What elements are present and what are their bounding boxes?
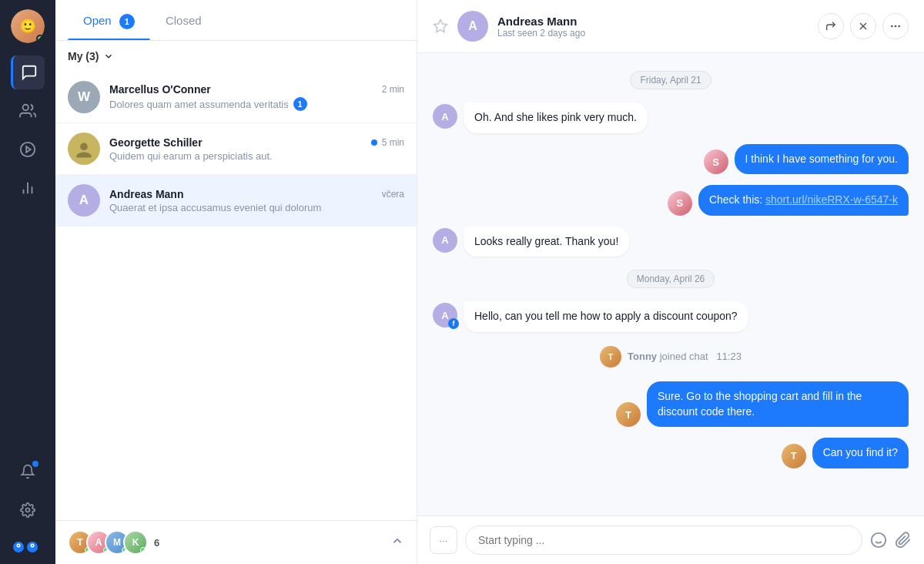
sidebar-item-contacts[interactable] [11, 94, 45, 128]
svg-point-16 [891, 25, 893, 28]
message-bubble: Hello, can you tell me how to apply a di… [464, 301, 748, 332]
reply-button[interactable] [818, 13, 844, 39]
message-bubble: Check this: short.url/nikeRRX-w-6547-k [698, 185, 909, 216]
app-logo [12, 539, 43, 555]
message-preview: Quidem qui earum a perspiciatis aut. [109, 150, 273, 162]
message-bubble: Looks really great. Thank you! [464, 227, 629, 257]
contact-info-header: Andreas Mann Last seen 2 days ago [497, 15, 808, 39]
svg-point-17 [895, 25, 897, 28]
tab-open[interactable]: Open 1 [68, 0, 150, 40]
conversation-item[interactable]: A Andreas Mann včera Quaerat et ipsa acc… [55, 175, 417, 227]
message-time: 5 min [371, 137, 404, 148]
chat-panel: A Andreas Mann Last seen 2 days ago Frid… [417, 0, 924, 564]
collapse-button[interactable] [390, 534, 404, 552]
conversation-item[interactable]: Georgette Schiller 5 min Quidem qui earu… [55, 123, 417, 175]
message-row: A Oh. And she likes pink very much. [433, 102, 909, 133]
agents-count: 6 [154, 537, 159, 549]
agents-bar: T A M K 6 [55, 520, 417, 564]
message-avatar: A [433, 228, 457, 253]
sidebar-item-notifications[interactable] [11, 455, 45, 488]
svg-marker-13 [434, 20, 447, 32]
chat-input-area: ··· [417, 515, 924, 564]
more-options-button[interactable] [882, 13, 909, 39]
conversation-details: Andreas Mann včera Quaerat et ipsa accus… [109, 188, 404, 213]
contact-avatar: A [68, 184, 100, 217]
message-time: včera [382, 189, 404, 200]
close-conversation-button[interactable] [850, 13, 876, 39]
message-preview: Quaerat et ipsa accusamus eveniet qui do… [109, 202, 321, 213]
message-row: Can you find it? T [433, 438, 909, 468]
contact-name: Marcellus O'Conner [109, 83, 211, 96]
contact-status-header: Last seen 2 days ago [497, 28, 808, 39]
conversation-tabs: Open 1 Closed [55, 0, 417, 41]
join-avatar: T [600, 346, 621, 368]
sidebar-bottom [11, 455, 45, 555]
message-link[interactable]: short.url/nikeRRX-w-6547-k [765, 193, 898, 206]
chat-header-actions [818, 13, 909, 39]
message-avatar: A f [433, 303, 457, 327]
conversation-item[interactable]: W Marcellus O'Conner 2 min Dolores quam … [55, 72, 417, 123]
message-preview: Dolores quam amet assumenda veritatis [109, 99, 289, 110]
date-divider: Monday, April 26 [433, 274, 909, 284]
message-row: Sure. Go to the shopping cart and fill i… [433, 381, 909, 427]
chevron-down-icon [103, 51, 114, 62]
chat-messages: Friday, April 21 A Oh. And she likes pin… [417, 53, 924, 515]
svg-point-18 [898, 25, 900, 28]
contact-avatar-header: A [457, 11, 488, 42]
contact-avatar: W [68, 81, 100, 113]
agent-avatar-outgoing: T [616, 402, 641, 427]
chat-header: A Andreas Mann Last seen 2 days ago [417, 0, 924, 53]
agent-avatar-outgoing: S [704, 149, 728, 174]
message-time: 2 min [382, 84, 404, 95]
attachment-button[interactable] [895, 532, 912, 549]
agent-avatar-outgoing: S [668, 191, 692, 216]
date-divider: Friday, April 21 [433, 75, 909, 86]
message-row: Check this: short.url/nikeRRX-w-6547-k S [433, 185, 909, 216]
message-bubble: I think I have something for you. [735, 144, 909, 175]
message-avatar: A [433, 104, 457, 129]
conversation-filter[interactable]: My (3) [55, 41, 417, 72]
message-bubble: Oh. And she likes pink very much. [464, 102, 648, 133]
unread-badge: 1 [293, 97, 307, 111]
svg-point-9 [18, 545, 19, 546]
message-row: I think I have something for you. S [433, 144, 909, 175]
online-dot [371, 139, 377, 146]
sidebar-item-chat[interactable] [11, 55, 45, 89]
conversation-list: W Marcellus O'Conner 2 min Dolores quam … [55, 72, 417, 520]
conversation-details: Georgette Schiller 5 min Quidem qui earu… [109, 136, 404, 162]
agent-online-dot [140, 547, 146, 553]
sidebar-item-automation[interactable] [11, 133, 45, 166]
sidebar-nav [11, 55, 45, 455]
facebook-badge: f [448, 318, 459, 329]
svg-point-1 [21, 143, 35, 156]
contact-name: Andreas Mann [109, 188, 183, 200]
contact-name: Georgette Schiller [109, 136, 203, 149]
attachments-button[interactable]: ··· [430, 526, 457, 554]
agent-avatar: K [123, 530, 148, 555]
sidebar-item-reports[interactable] [11, 171, 45, 205]
svg-point-0 [23, 105, 28, 110]
tab-closed[interactable]: Closed [150, 0, 217, 40]
agents-avatars: T A M K 6 [68, 530, 159, 555]
message-bubble: Sure. Go to the shopping cart and fill i… [647, 381, 909, 427]
sidebar: 🙂 [0, 0, 55, 564]
sidebar-item-settings[interactable] [11, 493, 45, 527]
join-notice: T Tonny joined chat 11:23 [433, 346, 909, 368]
contact-name-header: Andreas Mann [497, 15, 808, 28]
conversation-details: Marcellus O'Conner 2 min Dolores quam am… [109, 83, 404, 111]
open-badge: 1 [119, 14, 135, 29]
message-bubble: Can you find it? [812, 438, 909, 468]
svg-point-6 [26, 509, 30, 512]
user-avatar[interactable]: 🙂 [11, 9, 45, 43]
svg-point-19 [872, 533, 886, 547]
agent-avatar-outgoing: T [782, 444, 806, 468]
chat-input[interactable] [465, 525, 862, 555]
emoji-button[interactable] [870, 532, 887, 549]
svg-point-12 [32, 545, 33, 546]
online-status-dot [36, 35, 44, 42]
contact-avatar [68, 133, 100, 165]
star-icon[interactable] [433, 18, 448, 34]
conversations-panel: Open 1 Closed My (3) W Marcellus O'Conne… [55, 0, 417, 564]
message-row: A f Hello, can you tell me how to apply … [433, 301, 909, 332]
svg-marker-2 [26, 146, 31, 152]
